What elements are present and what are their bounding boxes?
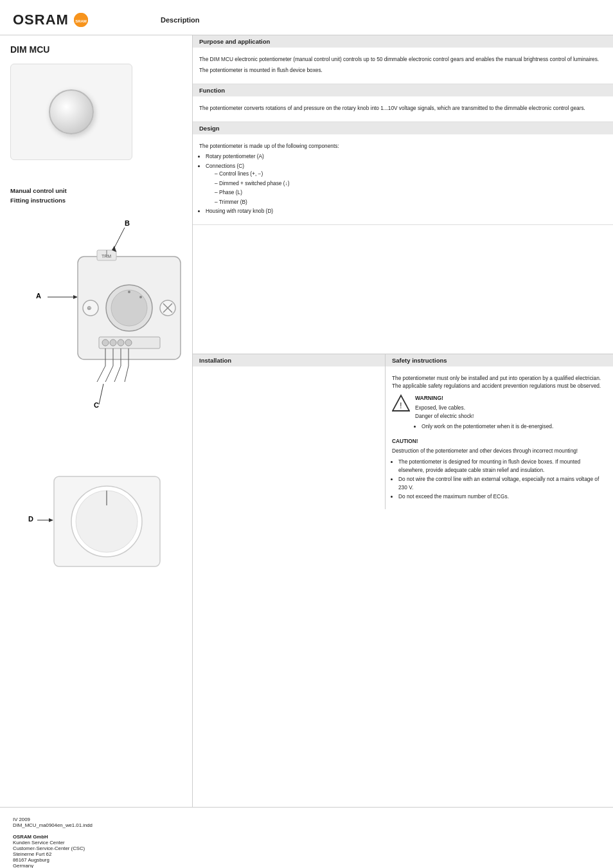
warning-heading: WARNING! <box>415 394 553 402</box>
warning-box: ! WARNING! Exposed, live cables. Danger … <box>392 394 607 433</box>
warning-bullet-1: Only work on the potentiometer when it i… <box>422 422 553 430</box>
description-label: Description <box>141 16 200 24</box>
function-text: The potentiometer converts rotations of … <box>199 104 607 113</box>
footer-filename: DIM_MCU_ma0904en_we1.01.indd <box>13 822 600 828</box>
svg-line-32 <box>99 384 103 404</box>
footer-addr4: 86167 Augsburg <box>13 857 600 863</box>
footer-addr5: Germany <box>13 863 600 868</box>
caution-bullet-1: The potentiometer is designed for mounti… <box>398 458 607 474</box>
design-item-3: Housing with rotary knob (D) <box>206 207 607 215</box>
svg-marker-34 <box>49 518 53 522</box>
svg-point-16 <box>110 339 116 346</box>
caution-heading: CAUTION! <box>392 437 607 446</box>
diagram-d-area: D <box>10 464 182 581</box>
label-b: B <box>125 219 130 227</box>
svg-point-8 <box>139 296 142 298</box>
safety-heading: Safety instructions <box>386 354 613 366</box>
purpose-section: Purpose and application The DIM MCU elec… <box>193 35 613 84</box>
footer-addr1: Kunden Service Center <box>13 840 600 845</box>
footer-addr2: Customer-Service-Center (CSC) <box>13 845 600 851</box>
design-item-1: Rotary potentiometer (A) <box>206 152 607 160</box>
osram-logo: OSRAM <box>13 12 69 28</box>
purpose-text2: The potentiometer is mounted in flush de… <box>199 66 607 75</box>
installation-content <box>193 370 385 381</box>
diagram-area: B A ⊕ <box>10 205 182 464</box>
svg-text:⊕: ⊕ <box>87 305 92 311</box>
main-content: DIM MCU Manual control unit Fitting inst… <box>0 35 613 807</box>
label-d: D <box>28 515 33 523</box>
warning-bullets: Only work on the potentiometer when it i… <box>422 422 553 430</box>
purpose-content: The DIM MCU electronic potentiometer (ma… <box>193 51 613 84</box>
manual-label: Manual control unit Fitting instructions <box>10 186 182 205</box>
device-box <box>10 64 132 160</box>
diagram-spacer <box>193 225 613 354</box>
conn-sub-1: Control lines (+, −) <box>215 170 607 177</box>
design-content: The potentiometer is made up of the foll… <box>193 138 613 224</box>
safety-content: The potentiometer must only be installed… <box>386 370 613 510</box>
function-content: The potentiometer converts rotations of … <box>193 100 613 122</box>
caution-intro: Destruction of the potentiometer and oth… <box>392 447 607 455</box>
caution-bullet-3: Do not exceed the maximum number of ECGs… <box>398 493 607 500</box>
right-column: Purpose and application The DIM MCU elec… <box>193 35 613 807</box>
svg-marker-3 <box>73 295 78 299</box>
conn-sub-4: Trimmer (B) <box>215 198 607 206</box>
svg-line-23 <box>97 366 105 382</box>
svg-point-6 <box>111 290 147 326</box>
design-intro: The potentiometer is made up of the foll… <box>199 142 607 150</box>
safety-section: Safety instructions The potentiometer mu… <box>386 354 613 510</box>
installation-heading: Installation <box>193 354 385 366</box>
footer-version: IV 2009 <box>13 817 600 822</box>
osram-badge: SRAM <box>74 13 88 27</box>
conn-sub-3: Phase (L) <box>215 188 607 196</box>
svg-line-30 <box>113 228 125 250</box>
warning-text: WARNING! Exposed, live cables. Danger of… <box>415 394 553 433</box>
logo-area: OSRAM SRAM <box>13 12 141 28</box>
header: OSRAM SRAM Description <box>0 0 613 35</box>
function-section: Function The potentiometer converts rota… <box>193 84 613 122</box>
function-heading: Function <box>193 84 613 96</box>
diagram-d: D <box>23 464 171 573</box>
warning-line1: Exposed, live cables. <box>415 404 465 411</box>
diagram-abc: B A ⊕ <box>30 212 197 456</box>
connections-sub: Control lines (+, −) Dimmed + switched p… <box>215 170 607 206</box>
purpose-text1: The DIM MCU electronic potentiometer (ma… <box>199 55 607 64</box>
footer: IV 2009 DIM_MCU_ma0904en_we1.01.indd OSR… <box>0 807 613 868</box>
bottom-section: Installation Safety instructions The pot… <box>193 354 613 510</box>
caution-section: CAUTION! Destruction of the potentiomete… <box>392 437 607 501</box>
product-title: DIM MCU <box>10 44 182 55</box>
safety-intro: The potentiometer must only be installed… <box>392 374 607 391</box>
caution-bullet-2: Do not wire the control line with an ext… <box>398 475 607 491</box>
design-item-2: Connections (C) Control lines (+, −) Dim… <box>206 162 607 206</box>
device-knob <box>49 89 94 134</box>
svg-text:!: ! <box>400 401 402 410</box>
svg-point-15 <box>102 339 109 346</box>
product-image <box>10 64 139 167</box>
purpose-heading: Purpose and application <box>193 35 613 48</box>
svg-point-18 <box>125 339 132 346</box>
installation-section: Installation <box>193 354 386 510</box>
svg-point-7 <box>128 291 130 293</box>
svg-line-24 <box>105 366 113 382</box>
warning-line2: Danger of electric shock! <box>415 413 474 419</box>
svg-point-17 <box>118 339 124 346</box>
svg-text:SRAM: SRAM <box>75 19 87 23</box>
footer-addr3: Steinerne Furt 62 <box>13 851 600 857</box>
conn-sub-2: Dimmed + switched phase (↓) <box>215 179 607 187</box>
left-column: DIM MCU Manual control unit Fitting inst… <box>0 35 193 807</box>
design-items: Rotary potentiometer (A) Connections (C)… <box>206 152 607 215</box>
svg-line-25 <box>114 366 121 382</box>
design-section: Design The potentiometer is made up of t… <box>193 122 613 225</box>
svg-line-26 <box>125 366 129 382</box>
page: OSRAM SRAM Description DIM MCU Manual co… <box>0 0 613 868</box>
warning-triangle-icon: ! <box>392 394 410 412</box>
footer-company: OSRAM GmbH <box>13 834 600 840</box>
label-a: A <box>36 292 41 300</box>
design-heading: Design <box>193 122 613 134</box>
caution-bullets: The potentiometer is designed for mounti… <box>398 458 607 500</box>
label-c: C <box>94 401 99 409</box>
